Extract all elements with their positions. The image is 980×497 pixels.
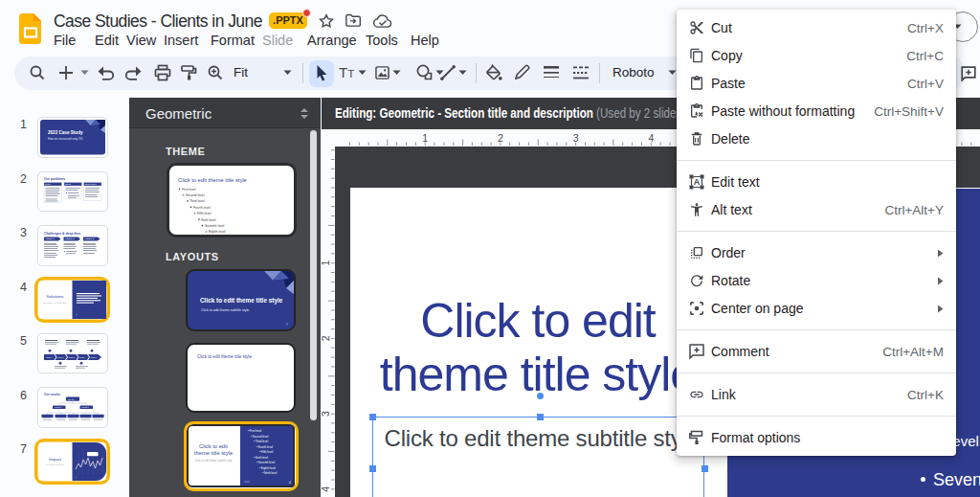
svg-text:4: 4 (648, 132, 654, 144)
svg-text:Failure 1: Failure 1 (45, 237, 55, 239)
svg-text:Milks culture: Milks culture (84, 183, 97, 185)
svg-text:Impact: Impact (49, 456, 62, 461)
svg-text:Click to edit theme subtitle s: Click to edit theme subtitle style (194, 459, 233, 463)
svg-text:Click to edit theme title styl: Click to edit theme title style (197, 354, 252, 359)
svg-text:Eighth level: Eighth level (209, 230, 226, 234)
svg-text:Phase 4: Phase 4 (79, 355, 85, 357)
svg-text:Our problems: Our problems (44, 177, 65, 181)
svg-text:Click to edit theme title styl: Click to edit theme title style (200, 297, 283, 305)
svg-text:2022 Case Study: 2022 Case Study (48, 130, 83, 135)
svg-text:4: 4 (322, 486, 331, 491)
svg-text:Failure 2: Failure 2 (65, 237, 75, 239)
svg-text:Our results: Our results (44, 393, 60, 396)
svg-text:Money: Money (45, 183, 52, 185)
svg-text:Result 1: Result 1 (55, 406, 61, 408)
svg-text:Our answer to challenges: Our answer to challenges (43, 301, 68, 303)
svg-text:Big win: Big win (68, 398, 74, 400)
svg-text:• Sixth level: • Sixth level (254, 456, 268, 460)
svg-text:• Eighth level: • Eighth level (259, 466, 276, 470)
svg-text:3: 3 (286, 323, 288, 327)
svg-text:• Third level: • Third level (254, 440, 268, 443)
svg-text:70% sales increase: 70% sales increase (46, 463, 65, 465)
svg-text:Solutions: Solutions (46, 294, 64, 299)
svg-text:• Seventh level: • Seventh level (256, 461, 276, 464)
svg-text:Fourth level: Fourth level (193, 206, 211, 210)
svg-text:A: A (694, 177, 701, 187)
svg-text:• First level: • First level (248, 429, 262, 433)
svg-text:2: 2 (498, 132, 503, 144)
svg-text:soon: soon (244, 481, 250, 484)
svg-text:• Second level: • Second level (251, 435, 269, 439)
svg-text:1: 1 (322, 260, 331, 265)
svg-text:Click to edit: Click to edit (199, 443, 228, 449)
svg-text:Seventh level: Seventh level (205, 224, 225, 228)
svg-text:1: 1 (422, 132, 428, 144)
svg-text:Phase 2: Phase 2 (57, 355, 63, 357)
svg-text:• Fourth level: • Fourth level (256, 445, 273, 449)
svg-text:theme title style: theme title style (193, 450, 232, 456)
svg-text:2: 2 (322, 335, 331, 341)
svg-text:Phase 3: Phase 3 (68, 355, 74, 357)
svg-text:Second level: Second level (186, 193, 205, 197)
svg-text:• Ninth level: • Ninth level (262, 471, 278, 475)
svg-text:Failure 3: Failure 3 (84, 237, 94, 239)
svg-text:Result 2: Result 2 (81, 406, 88, 408)
svg-text:First level: First level (182, 188, 196, 192)
svg-text:Talent: Talent (65, 183, 71, 185)
svg-text:3: 3 (573, 132, 579, 144)
svg-text:Sixth level: Sixth level (201, 218, 216, 222)
svg-text:3: 3 (322, 411, 331, 417)
svg-text:Click to edit theme title styl: Click to edit theme title style (178, 177, 247, 183)
svg-text:Phase 1: Phase 1 (46, 355, 52, 357)
svg-text:Fifth level: Fifth level (197, 212, 212, 215)
svg-text:How we increased sixty 5%: How we increased sixty 5% (48, 137, 83, 141)
svg-text:Third level: Third level (189, 199, 205, 203)
svg-text:Phase 5: Phase 5 (90, 355, 96, 357)
svg-text:Challenges & deep dive: Challenges & deep dive (44, 232, 80, 236)
svg-text:• Fifth level: • Fifth level (259, 450, 274, 454)
svg-text:Click to edit theme subtitle s: Click to edit theme subtitle style (201, 308, 249, 312)
